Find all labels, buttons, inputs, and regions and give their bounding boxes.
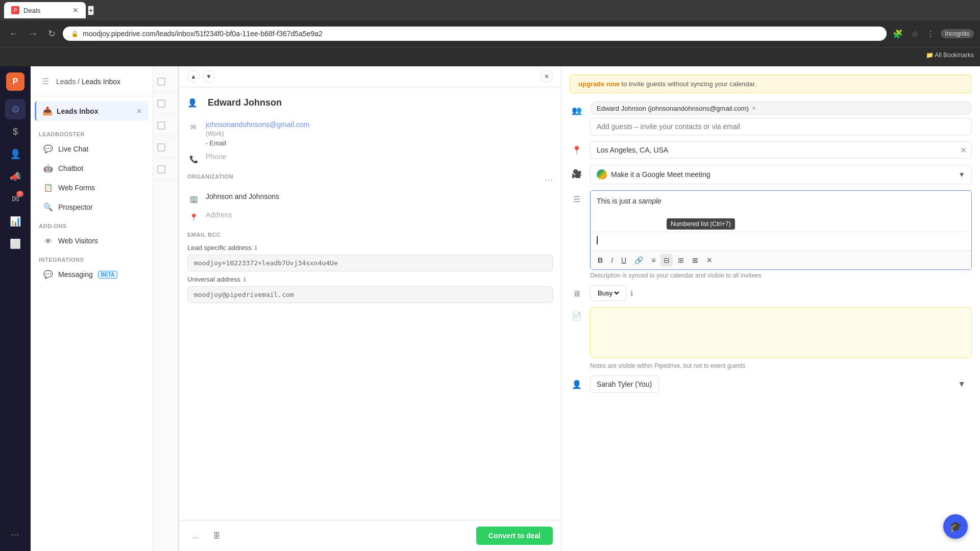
prospector-icon: 🔍 [43, 202, 53, 212]
archive-button[interactable]: 🗄 [208, 529, 225, 543]
leads-inbox-close[interactable]: ✕ [136, 107, 142, 115]
archive-icon: 🗄 [213, 532, 220, 540]
scroll-up-button[interactable]: ▲ [187, 70, 200, 83]
sidebar-item-prospector[interactable]: 🔍 Prospector [35, 198, 149, 216]
bullet-list-button[interactable]: ≡ [648, 254, 658, 266]
nav-sidebar: ☰ Leads / Leads Inbox 📥 Leads Inbox ✕ LE… [31, 66, 153, 551]
underline-button[interactable]: U [618, 254, 629, 266]
app-logo[interactable]: P [6, 72, 24, 91]
attendees-icon: 👥 [570, 102, 584, 115]
sidebar-item-messaging[interactable]: 💬 Messaging BETA [35, 265, 149, 284]
attendee-remove-button[interactable]: × [752, 104, 756, 112]
description-cursor-area[interactable] [591, 232, 971, 251]
scroll-down-button[interactable]: ▼ [203, 70, 215, 83]
notes-textarea[interactable] [590, 307, 972, 358]
bold-button[interactable]: B [595, 254, 606, 266]
universal-address[interactable]: moodjoy@pipedrivemail.com [187, 286, 553, 303]
leads-inbox-icon: 📥 [42, 106, 53, 116]
contact-email-link[interactable]: johnsonandohnsons@gmail.com [206, 120, 309, 129]
lead-checkbox-1[interactable] [157, 78, 165, 86]
organizer-select[interactable]: Sarah Tyler (You) [590, 375, 659, 393]
sidebar-icon-stats[interactable]: 📊 [5, 211, 26, 232]
sidebar-item-web-visitors[interactable]: 👁 Web Visitors [35, 232, 149, 250]
description-text: This is just a [597, 197, 639, 205]
google-meet-button[interactable]: Make it a Google Meet meeting ▼ [590, 165, 972, 184]
lead-checkbox-4[interactable] [157, 143, 165, 152]
beta-badge: BETA [98, 271, 117, 279]
back-button[interactable]: ← [6, 27, 21, 41]
notes-hint: Notes are visible within Pipedrive, but … [590, 362, 972, 369]
sidebar-icon-home[interactable]: ⊙ [5, 99, 26, 119]
outdent-button[interactable]: ⊠ [689, 254, 701, 266]
leads-inbox-nav-item[interactable]: 📥 Leads Inbox ✕ [35, 101, 149, 121]
lead-specific-label: Lead specific address [187, 244, 252, 252]
collapse-panel-button[interactable]: ✕ [541, 70, 553, 83]
convert-to-deal-button[interactable]: Convert to deal [476, 527, 553, 545]
lead-checkbox-3[interactable] [157, 121, 165, 130]
org-more-button[interactable]: ⋯ [545, 175, 553, 185]
browser-menu[interactable]: ⋮ [924, 27, 937, 41]
messaging-icon: 💬 [43, 269, 53, 280]
universal-label: Universal address [187, 276, 240, 283]
description-editor[interactable]: This is just a sample Numbered list (Ctr… [590, 190, 972, 270]
breadcrumb-leads-link[interactable]: Leads [56, 78, 76, 86]
upgrade-link[interactable]: upgrade now [578, 80, 620, 88]
tooltip-text: Numbered list (Ctrl+7) [671, 220, 731, 228]
browser-tab[interactable]: P Deals ✕ [4, 2, 86, 18]
sidebar-item-live-chat[interactable]: 💬 Live Chat [35, 140, 149, 158]
sidebar-icon-contacts[interactable]: 👤 [5, 144, 26, 164]
sidebar-icon-deals[interactable]: $ [5, 121, 26, 142]
breadcrumb-separator: / [78, 78, 80, 86]
clear-location-button[interactable]: ✕ [960, 145, 967, 155]
location-input[interactable] [590, 141, 972, 159]
incognito-badge: Incognito [941, 29, 974, 38]
info-icon-2: ℹ [243, 276, 246, 283]
support-button[interactable]: 🎓 [943, 514, 968, 539]
forward-button[interactable]: → [26, 27, 41, 41]
more-actions-button[interactable]: ... [187, 529, 204, 543]
web-forms-label: Web Forms [58, 184, 95, 192]
google-meet-dropdown-arrow[interactable]: ▼ [958, 170, 965, 179]
description-content[interactable]: This is just a sample [591, 191, 971, 232]
chatbot-label: Chatbot [58, 164, 83, 172]
sidebar-icon-mail[interactable]: ✉ 7 [5, 189, 26, 209]
clear-format-button[interactable]: ✕ [703, 254, 716, 266]
contact-phone-field: 📞 Phone [187, 152, 553, 165]
lead-checkbox-2[interactable] [157, 99, 165, 108]
lead-specific-address[interactable]: moodjoy+10223372+leadb7Uvj34sxn4u4Ue [187, 255, 553, 271]
location-icon: 📍 [570, 141, 584, 155]
org-name-field: 🏢 Johnson and Johnsons [187, 192, 553, 205]
url-text: moodjoy.pipedrive.com/leads/inbox/51f234… [83, 30, 323, 38]
new-tab-button[interactable]: + [88, 6, 94, 15]
organizer-dropdown-arrow: ▼ [958, 380, 966, 389]
sidebar-item-web-forms[interactable]: 📋 Web Forms [35, 179, 149, 197]
link-button[interactable]: 🔗 [631, 254, 646, 266]
bookmark-button[interactable]: ☆ [909, 27, 920, 41]
google-meet-row: 🎥 Make it a Google Meet meeting ▼ [570, 165, 972, 184]
busy-info-icon[interactable]: ℹ [630, 289, 633, 297]
bookmarks-label: 📁 All Bookmarks [926, 52, 974, 59]
busy-select-container[interactable]: Busy [590, 285, 626, 301]
attendee-name: Edward Johnson (johnsonandohnsons@gmail.… [597, 105, 749, 112]
sidebar-menu-button[interactable]: ☰ [39, 74, 52, 88]
web-visitors-icon: 👁 [43, 236, 53, 246]
leads-inbox-label: Leads Inbox [57, 107, 99, 115]
sidebar-icon-box[interactable]: ⬜ [5, 234, 26, 254]
italic-button[interactable]: I [608, 254, 616, 266]
add-guests-input[interactable] [590, 118, 972, 135]
busy-select[interactable]: Busy [596, 289, 621, 297]
sidebar-icon-megaphone[interactable]: 📣 [5, 166, 26, 187]
indent-button[interactable]: ⊞ [675, 254, 687, 266]
refresh-button[interactable]: ↻ [45, 26, 59, 41]
location-row: 📍 ✕ [570, 141, 972, 159]
lead-checkbox-5[interactable] [157, 165, 165, 173]
numbered-list-button[interactable]: ⊟ [660, 254, 673, 266]
extensions-button[interactable]: 🧩 [891, 27, 905, 41]
address-bar[interactable]: 🔒 moodjoy.pipedrive.com/leads/inbox/51f2… [63, 27, 887, 41]
close-tab-button[interactable]: ✕ [72, 6, 79, 14]
sidebar-icon-more[interactable]: ••• [5, 524, 26, 545]
google-meet-icon [597, 169, 607, 180]
phone-icon: 📞 [187, 153, 200, 165]
sidebar-item-chatbot[interactable]: 🤖 Chatbot [35, 159, 149, 178]
org-name: Johnson and Johnsons [206, 192, 279, 201]
